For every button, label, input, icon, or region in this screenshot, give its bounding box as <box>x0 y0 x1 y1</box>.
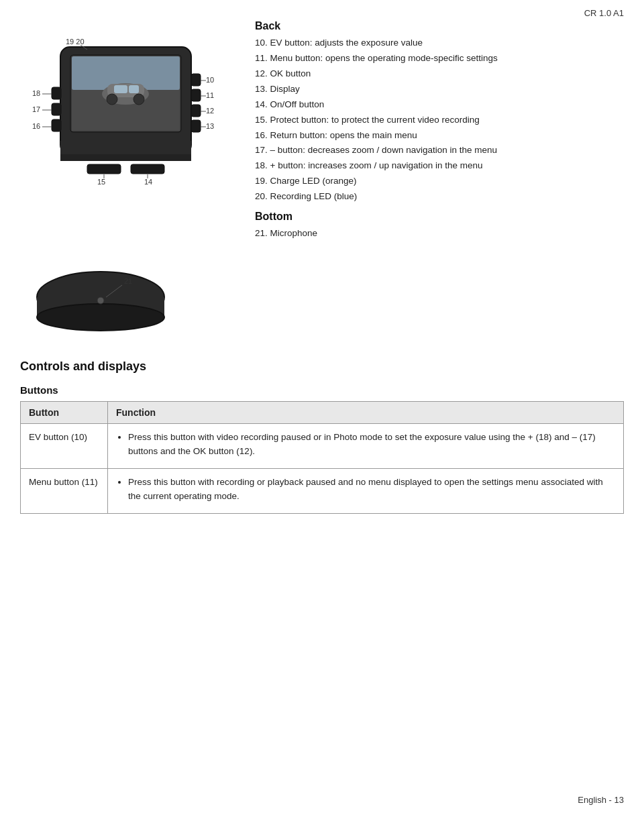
back-item-11: 11. Menu button: opens the operating mod… <box>255 52 624 66</box>
svg-text:14: 14 <box>144 178 152 186</box>
function-menu: Press this button with recording or play… <box>108 468 624 513</box>
back-item-10: 10. EV button: adjusts the exposure valu… <box>255 36 624 50</box>
svg-rect-8 <box>129 85 139 93</box>
controls-section: Controls and displays Buttons Button Fun… <box>0 360 644 527</box>
back-item-20: 20. Recording LED (blue) <box>255 190 624 204</box>
bottom-item-21: 21. Microphone <box>255 227 624 241</box>
svg-text:21: 21 <box>124 277 132 285</box>
col-button-header: Button <box>21 402 108 424</box>
buttons-subsection: Buttons Button Function EV button (10) P… <box>20 384 624 514</box>
bottom-heading: Bottom <box>255 211 624 223</box>
svg-point-44 <box>37 304 164 331</box>
svg-rect-14 <box>52 103 61 115</box>
col-function-header: Function <box>108 402 624 424</box>
back-item-15: 15. Protect button: to protect the curre… <box>255 113 624 127</box>
table-row: EV button (10) Press this button with vi… <box>21 424 624 469</box>
header-title: CR 1.0 A1 <box>584 8 624 18</box>
svg-rect-19 <box>191 120 201 132</box>
svg-text:19 20: 19 20 <box>66 38 85 46</box>
svg-text:13: 13 <box>206 122 214 130</box>
back-item-16: 16. Return button: opens the main menu <box>255 129 624 143</box>
footer-text: English - 13 <box>578 795 624 805</box>
back-item-14: 14. On/Off button <box>255 98 624 112</box>
svg-rect-13 <box>52 87 61 99</box>
svg-point-45 <box>97 297 104 304</box>
svg-text:10: 10 <box>206 76 214 84</box>
svg-text:16: 16 <box>32 122 40 130</box>
function-ev: Press this button with video recording p… <box>108 424 624 469</box>
back-item-13: 13. Display <box>255 83 624 97</box>
table-header-row: Button Function <box>21 402 624 424</box>
svg-rect-7 <box>114 85 127 93</box>
svg-rect-17 <box>191 89 201 101</box>
back-item-18: 18. + button: increases zoom / up naviga… <box>255 159 624 173</box>
svg-rect-18 <box>191 105 201 117</box>
svg-rect-20 <box>87 164 121 174</box>
svg-text:11: 11 <box>206 91 214 99</box>
button-name-menu: Menu button (11) <box>21 468 108 513</box>
back-item-17: 17. – button: decreases zoom / down navi… <box>255 144 624 158</box>
buttons-heading: Buttons <box>20 384 624 396</box>
svg-text:15: 15 <box>97 178 105 186</box>
buttons-table: Button Function EV button (10) Press thi… <box>20 401 624 514</box>
svg-point-10 <box>133 94 144 105</box>
svg-text:17: 17 <box>32 105 40 113</box>
device-image-area: 19 20 18 17 16 10 11 12 13 15 14 <box>20 20 235 346</box>
back-heading: Back <box>255 20 624 32</box>
svg-rect-16 <box>191 74 201 86</box>
svg-rect-15 <box>52 119 61 131</box>
svg-rect-21 <box>131 164 164 174</box>
device-bottom-svg: 21 <box>20 264 195 344</box>
svg-rect-12 <box>60 154 191 161</box>
page-header: CR 1.0 A1 <box>584 8 624 18</box>
button-name-ev: EV button (10) <box>21 424 108 469</box>
svg-text:12: 12 <box>206 107 214 115</box>
controls-heading: Controls and displays <box>20 360 624 374</box>
bottom-device-wrapper: 21 <box>20 264 235 346</box>
page-footer: English - 13 <box>578 795 624 805</box>
back-item-19: 19. Charge LED (orange) <box>255 174 624 188</box>
top-section: 19 20 18 17 16 10 11 12 13 15 14 <box>0 0 644 360</box>
back-item-12: 12. OK button <box>255 67 624 81</box>
description-panel: Back 10. EV button: adjusts the exposure… <box>255 20 624 346</box>
device-back-svg: 19 20 18 17 16 10 11 12 13 15 14 <box>20 20 235 255</box>
svg-point-9 <box>107 94 117 105</box>
svg-text:18: 18 <box>32 89 40 97</box>
table-row: Menu button (11) Press this button with … <box>21 468 624 513</box>
